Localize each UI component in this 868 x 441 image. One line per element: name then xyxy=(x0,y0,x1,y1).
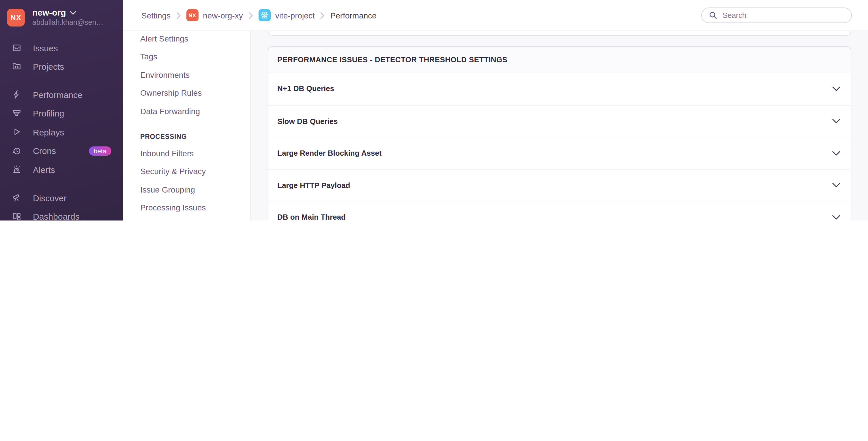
breadcrumb-performance[interactable]: Performance xyxy=(331,11,377,20)
row-db-on-main-thread[interactable]: DB on Main Thread xyxy=(268,201,851,220)
row-label: Large Render Blocking Asset xyxy=(277,149,382,158)
telescope-icon xyxy=(11,193,22,203)
chevron-down-icon xyxy=(832,215,840,219)
sidebar-item-discover[interactable]: Discover xyxy=(6,189,117,206)
projects-icon xyxy=(11,61,22,71)
sidebar-item-profiling[interactable]: Profiling xyxy=(6,105,117,122)
subnav-item-security-privacy[interactable]: Security & Privacy xyxy=(123,163,250,179)
dashboard-icon xyxy=(11,211,22,220)
sentry-app: NX new-org abdullah.khan@sen… Issues Pro… xyxy=(0,0,868,220)
subnav-item-tags[interactable]: Tags xyxy=(123,48,250,65)
chevron-down-icon xyxy=(832,119,840,124)
subnav-item-environments[interactable]: Environments xyxy=(123,67,250,83)
row-n-plus-one-db-queries[interactable]: N+1 DB Queries xyxy=(268,73,851,105)
sidebar-item-label: Replays xyxy=(33,127,64,137)
sidebar-item-label: Crons xyxy=(33,146,56,156)
sidebar-item-replays[interactable]: Replays xyxy=(6,123,117,141)
detector-threshold-panel: PERFORMANCE ISSUES - DETECTOR THRESHOLD … xyxy=(268,46,851,220)
sidebar-item-label: Dashboards xyxy=(33,211,80,220)
breadcrumb-settings[interactable]: Settings xyxy=(142,11,170,20)
panel-header: PERFORMANCE ISSUES - DETECTOR THRESHOLD … xyxy=(268,47,851,73)
primary-sidebar: NX new-org abdullah.khan@sen… Issues Pro… xyxy=(0,0,123,220)
org-avatar: NX xyxy=(7,8,25,26)
issues-icon xyxy=(11,43,22,53)
sidebar-item-performance[interactable]: Performance xyxy=(6,86,117,103)
chevron-down-icon xyxy=(832,151,840,156)
lightning-icon xyxy=(11,89,22,100)
search-input[interactable] xyxy=(721,10,844,20)
previous-panel-stub xyxy=(268,31,851,36)
breadcrumb-separator-icon xyxy=(320,12,324,19)
beta-badge: beta xyxy=(89,146,112,155)
row-slow-db-queries[interactable]: Slow DB Queries xyxy=(268,105,851,137)
breadcrumb-org[interactable]: NX new-org-xy xyxy=(186,9,243,21)
breadcrumb-project[interactable]: vite-project xyxy=(258,9,315,21)
top-header: Settings NX new-org-xy vite-project Perf… xyxy=(123,0,868,31)
play-icon xyxy=(11,127,22,137)
row-label: Large HTTP Payload xyxy=(277,181,350,190)
org-switcher[interactable]: NX new-org abdullah.khan@sen… xyxy=(7,7,103,27)
subnav-item-data-forwarding[interactable]: Data Forwarding xyxy=(123,103,250,119)
sidebar-item-label: Issues xyxy=(33,43,58,53)
siren-icon xyxy=(11,164,22,175)
subnav-item-debug-files[interactable]: Debug Files xyxy=(123,217,250,220)
row-large-render-blocking-asset[interactable]: Large Render Blocking Asset xyxy=(268,137,851,169)
chevron-down-icon xyxy=(70,11,76,15)
breadcrumb-separator-icon xyxy=(176,12,180,19)
sidebar-item-projects[interactable]: Projects xyxy=(6,58,117,75)
subnav-item-processing-issues[interactable]: Processing Issues xyxy=(123,199,250,215)
row-large-http-payload[interactable]: Large HTTP Payload xyxy=(268,169,851,201)
breadcrumb-separator-icon xyxy=(249,12,253,19)
clock-icon xyxy=(11,145,22,156)
row-label: DB on Main Thread xyxy=(277,213,346,221)
subnav-item-ownership-rules[interactable]: Ownership Rules xyxy=(123,85,250,101)
sidebar-item-dashboards[interactable]: Dashboards xyxy=(6,208,117,220)
subnav-item-inbound-filters[interactable]: Inbound Filters xyxy=(123,145,250,161)
sidebar-item-label: Discover xyxy=(33,193,67,203)
chevron-down-icon xyxy=(832,87,840,91)
main-content: PERFORMANCE ISSUES - DETECTOR THRESHOLD … xyxy=(250,31,868,220)
row-label: N+1 DB Queries xyxy=(277,84,334,93)
org-badge: NX xyxy=(186,9,198,21)
breadcrumb: Settings NX new-org-xy vite-project Perf… xyxy=(123,9,377,21)
react-logo-icon xyxy=(258,9,271,21)
sidebar-item-label: Performance xyxy=(33,90,83,99)
flamegraph-icon xyxy=(11,108,22,118)
sidebar-item-label: Profiling xyxy=(33,108,64,118)
search-box[interactable] xyxy=(701,7,852,23)
chevron-down-icon xyxy=(832,183,840,188)
subnav-item-issue-grouping[interactable]: Issue Grouping xyxy=(123,181,250,198)
subnav-item-alert-settings[interactable]: Alert Settings xyxy=(123,31,250,47)
sidebar-item-label: Alerts xyxy=(33,165,55,174)
search-icon xyxy=(709,11,717,20)
row-label: Slow DB Queries xyxy=(277,117,338,126)
org-name: new-org xyxy=(32,7,66,18)
sidebar-item-label: Projects xyxy=(33,61,64,71)
subnav-section-processing: PROCESSING xyxy=(123,130,250,143)
panel-title: PERFORMANCE ISSUES - DETECTOR THRESHOLD … xyxy=(277,55,507,64)
settings-subnav: Alert Settings Tags Environments Ownersh… xyxy=(123,31,250,220)
sidebar-item-issues[interactable]: Issues xyxy=(6,39,117,57)
sidebar-item-alerts[interactable]: Alerts xyxy=(6,161,117,178)
sidebar-item-crons[interactable]: Crons beta xyxy=(6,142,117,159)
org-email: abdullah.khan@sen… xyxy=(32,18,103,27)
